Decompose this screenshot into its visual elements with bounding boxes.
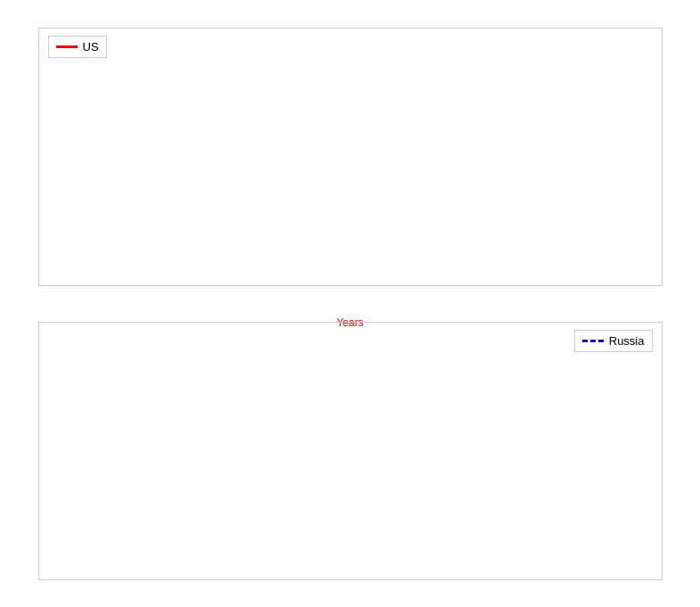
svg-text:110: 110 <box>67 127 83 138</box>
svg-text:55: 55 <box>72 538 83 549</box>
us-legend: US <box>48 36 107 58</box>
svg-text:2010.0: 2010.0 <box>457 254 487 265</box>
us-legend-line <box>56 45 78 48</box>
svg-text:2002.5: 2002.5 <box>258 548 288 559</box>
svg-rect-0 <box>39 29 662 285</box>
svg-rect-31 <box>39 323 662 579</box>
svg-text:1997.5: 1997.5 <box>126 548 156 559</box>
svg-text:2010.0: 2010.0 <box>457 548 487 559</box>
svg-text:1997.5: 1997.5 <box>126 254 156 265</box>
svg-text:2015.0: 2015.0 <box>589 254 619 265</box>
russia-legend-label: Russia <box>609 334 645 348</box>
svg-text:95: 95 <box>72 215 83 226</box>
svg-text:2000.0: 2000.0 <box>192 548 222 559</box>
svg-text:2007.5: 2007.5 <box>391 548 421 559</box>
svg-text:60: 60 <box>72 511 83 521</box>
svg-text:75: 75 <box>72 428 83 439</box>
svg-text:80: 80 <box>72 400 83 411</box>
us-chart-wrapper: Medals US 951001051101151201997.52000.02… <box>12 10 689 304</box>
svg-text:100: 100 <box>67 185 83 196</box>
russia-chart-svg: 55606570758085901997.52000.02002.52005.0… <box>39 323 662 579</box>
svg-text:120: 120 <box>67 70 83 80</box>
svg-text:85: 85 <box>72 373 83 384</box>
us-legend-label: US <box>83 40 99 53</box>
svg-text:2007.5: 2007.5 <box>391 254 421 265</box>
russia-legend: Russia <box>574 330 653 352</box>
svg-text:115: 115 <box>67 99 83 110</box>
svg-text:2005.0: 2005.0 <box>325 254 355 265</box>
svg-text:2000.0: 2000.0 <box>192 254 222 265</box>
svg-text:90: 90 <box>72 346 83 357</box>
svg-text:2015.0: 2015.0 <box>589 548 619 559</box>
svg-text:2005.0: 2005.0 <box>325 548 355 559</box>
svg-text:2012.5: 2012.5 <box>523 254 553 265</box>
svg-text:2002.5: 2002.5 <box>258 254 288 265</box>
russia-legend-line <box>582 340 604 342</box>
us-chart-box: US 951001051101151201997.52000.02002.520… <box>38 28 663 286</box>
svg-text:2012.5: 2012.5 <box>523 548 553 559</box>
russia-chart-box: Russia 55606570758085901997.52000.02002.… <box>38 322 663 580</box>
charts-container: Medals US 951001051101151201997.52000.02… <box>12 10 689 598</box>
svg-text:70: 70 <box>72 455 83 466</box>
svg-text:65: 65 <box>72 483 83 494</box>
us-chart-svg: 951001051101151201997.52000.02002.52005.… <box>39 29 662 285</box>
svg-text:105: 105 <box>67 157 83 168</box>
russia-chart-wrapper: Medals Russia 55606570758085901997.52000… <box>12 304 689 598</box>
